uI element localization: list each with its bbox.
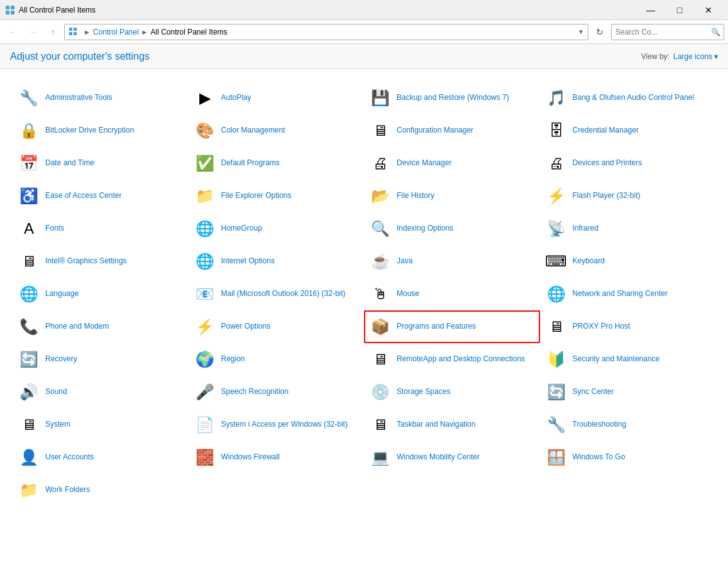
panel-item-language[interactable]: 🌐Language: [13, 278, 189, 310]
view-by-value[interactable]: Large icons ▾: [673, 52, 718, 61]
forward-button[interactable]: →: [24, 23, 41, 41]
sync-center-icon: 🔄: [546, 382, 566, 402]
panel-item-phone-modem[interactable]: 📞Phone and Modem: [13, 310, 189, 343]
path-separator-2: ►: [141, 28, 148, 36]
language-label: Language: [45, 289, 79, 299]
indexing-options-label: Indexing Options: [397, 224, 453, 234]
network-sharing-label: Network and Sharing Center: [573, 289, 668, 299]
panel-item-mouse[interactable]: 🖱Mouse: [364, 278, 540, 310]
date-time-label: Date and Time: [45, 158, 94, 168]
java-label: Java: [397, 256, 412, 266]
panel-item-configuration-manager[interactable]: 🖥Configuration Manager: [364, 114, 540, 147]
panel-item-windows-mobility[interactable]: 💻Windows Mobility Center: [364, 441, 540, 474]
refresh-button[interactable]: ↻: [591, 23, 609, 41]
panel-item-date-time[interactable]: 📅Date and Time: [13, 147, 189, 180]
panel-item-windows-firewall[interactable]: 🧱Windows Firewall: [189, 441, 365, 474]
panel-item-speech-recognition[interactable]: 🎤Speech Recognition: [189, 376, 365, 408]
file-explorer-options-label: File Explorer Options: [221, 191, 292, 201]
panel-item-devices-printers[interactable]: 🖨Devices and Printers: [540, 147, 716, 180]
panel-item-proxy-pro[interactable]: 🖥PROXY Pro Host: [540, 310, 716, 343]
panel-item-network-sharing[interactable]: 🌐Network and Sharing Center: [540, 278, 716, 310]
panel-item-credential-manager[interactable]: 🗄Credential Manager: [540, 114, 716, 147]
fonts-label: Fonts: [45, 224, 64, 234]
security-maintenance-label: Security and Maintenance: [573, 354, 660, 364]
panel-item-sync-center[interactable]: 🔄Sync Center: [540, 376, 716, 408]
panel-item-bang-olufsen[interactable]: 🎵Bang & Olufsen Audio Control Panel: [540, 82, 716, 114]
panel-item-power-options[interactable]: ⚡Power Options: [189, 310, 365, 343]
panel-item-homegroup[interactable]: 🌐HomeGroup: [189, 212, 365, 245]
administrative-tools-label: Administrative Tools: [45, 93, 113, 103]
panel-item-device-manager[interactable]: 🖨Device Manager: [364, 147, 540, 180]
panel-item-file-explorer-options[interactable]: 📁File Explorer Options: [189, 180, 365, 212]
sync-center-label: Sync Center: [573, 387, 614, 397]
panel-item-system[interactable]: 🖥System: [13, 408, 189, 441]
view-by-chevron: ▾: [714, 52, 718, 61]
minimize-button[interactable]: —: [636, 0, 665, 20]
panel-item-bitlocker[interactable]: 🔒BitLocker Drive Encryption: [13, 114, 189, 147]
panel-item-system-i-access[interactable]: 📄System i Access per Windows (32-bit): [189, 408, 365, 441]
path-control-panel[interactable]: Control Panel: [93, 28, 139, 36]
panel-item-taskbar-navigation[interactable]: 🖥Taskbar and Navigation: [364, 408, 540, 441]
panel-item-programs-features[interactable]: 📦Programs and Features: [364, 310, 540, 343]
panel-item-sound[interactable]: 🔊Sound: [13, 376, 189, 408]
panel-item-java[interactable]: ☕Java: [364, 245, 540, 278]
system-label: System: [45, 420, 70, 430]
panel-item-intel-graphics[interactable]: 🖥Intel® Graphics Settings: [13, 245, 189, 278]
programs-features-label: Programs and Features: [397, 322, 476, 332]
windows-to-go-icon: 🪟: [546, 447, 566, 468]
panel-item-security-maintenance[interactable]: 🔰Security and Maintenance: [540, 343, 716, 376]
panel-item-file-history[interactable]: 📂File History: [364, 180, 540, 212]
panel-item-recovery[interactable]: 🔄Recovery: [13, 343, 189, 376]
back-button[interactable]: ←: [4, 23, 21, 41]
homegroup-icon: 🌐: [195, 219, 215, 239]
panel-item-administrative-tools[interactable]: 🔧Administrative Tools: [13, 82, 189, 114]
panel-item-windows-to-go[interactable]: 🪟Windows To Go: [540, 441, 716, 474]
infrared-label: Infrared: [573, 224, 598, 234]
title-bar: All Control Panel Items — □ ✕: [0, 0, 728, 20]
up-button[interactable]: ↑: [44, 23, 62, 41]
panel-item-keyboard[interactable]: ⌨Keyboard: [540, 245, 716, 278]
panel-item-default-programs[interactable]: ✅Default Programs: [189, 147, 365, 180]
homegroup-label: HomeGroup: [221, 224, 262, 234]
path-dropdown[interactable]: ▼: [578, 28, 584, 35]
backup-restore-label: Backup and Restore (Windows 7): [397, 93, 509, 103]
address-path: ► Control Panel ► All Control Panel Item…: [64, 24, 588, 40]
svg-rect-5: [74, 28, 77, 31]
keyboard-icon: ⌨: [546, 251, 566, 271]
panel-item-mail-outlook[interactable]: 📧Mail (Microsoft Outlook 2016) (32-bit): [189, 278, 365, 310]
panel-item-fonts[interactable]: AFonts: [13, 212, 189, 245]
panel-item-storage-spaces[interactable]: 💿Storage Spaces: [364, 376, 540, 408]
system-i-access-label: System i Access per Windows (32-bit): [221, 420, 348, 430]
panel-item-remoteapp[interactable]: 🖥RemoteApp and Desktop Connections: [364, 343, 540, 376]
region-icon: 🌍: [195, 349, 215, 369]
proxy-pro-label: PROXY Pro Host: [573, 322, 631, 332]
panel-item-work-folders[interactable]: 📁Work Folders: [13, 474, 189, 506]
device-manager-icon: 🖨: [370, 153, 390, 173]
programs-features-icon: 📦: [370, 317, 390, 337]
configuration-manager-label: Configuration Manager: [397, 126, 473, 136]
address-bar: ← → ↑ ► Control Panel ► All Control Pane…: [0, 20, 728, 44]
panel-item-infrared[interactable]: 📡Infrared: [540, 212, 716, 245]
panel-item-user-accounts[interactable]: 👤User Accounts: [13, 441, 189, 474]
panel-item-troubleshooting[interactable]: 🔧Troubleshooting: [540, 408, 716, 441]
panel-item-color-management[interactable]: 🎨Color Management: [189, 114, 365, 147]
system-i-access-icon: 📄: [195, 415, 215, 435]
file-explorer-options-icon: 📁: [195, 186, 215, 206]
administrative-tools-icon: 🔧: [19, 88, 39, 108]
panel-item-internet-options[interactable]: 🌐Internet Options: [189, 245, 365, 278]
flash-player-label: Flash Player (32-bit): [573, 191, 641, 201]
close-button[interactable]: ✕: [694, 0, 723, 20]
search-input[interactable]: [611, 24, 724, 40]
credential-manager-icon: 🗄: [546, 121, 566, 141]
maximize-button[interactable]: □: [665, 0, 694, 20]
panel-item-backup-restore[interactable]: 💾Backup and Restore (Windows 7): [364, 82, 540, 114]
recovery-label: Recovery: [45, 354, 77, 364]
device-manager-label: Device Manager: [397, 158, 451, 168]
panel-item-region[interactable]: 🌍Region: [189, 343, 365, 376]
autoplay-label: AutoPlay: [221, 93, 251, 103]
sound-icon: 🔊: [19, 382, 39, 402]
panel-item-autoplay[interactable]: ▶AutoPlay: [189, 82, 365, 114]
panel-item-ease-of-access[interactable]: ♿Ease of Access Center: [13, 180, 189, 212]
panel-item-flash-player[interactable]: ⚡Flash Player (32-bit): [540, 180, 716, 212]
panel-item-indexing-options[interactable]: 🔍Indexing Options: [364, 212, 540, 245]
